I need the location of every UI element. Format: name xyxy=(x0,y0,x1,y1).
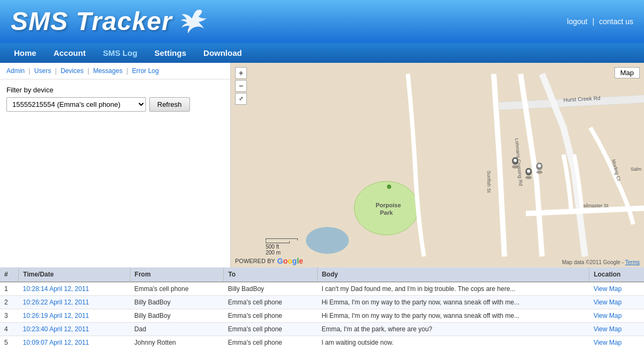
svg-text:Porpoise: Porpoise xyxy=(376,202,401,208)
cell-from: Billy BadBoy xyxy=(130,296,223,309)
nav-settings[interactable]: Settings xyxy=(146,43,195,63)
cell-num: 3 xyxy=(0,309,19,323)
contact-link[interactable]: contact us xyxy=(599,17,633,26)
cell-body: I am waiting outside now. xyxy=(317,336,589,349)
link-separator: | xyxy=(592,17,595,26)
device-select[interactable]: 15555215554 (Emma's cell phone) xyxy=(6,97,146,112)
map-terms-link[interactable]: Terms xyxy=(625,259,640,265)
cell-to: Emma's cell phone xyxy=(224,323,317,336)
cell-time: 10:09:07 April 12, 2011 xyxy=(19,336,130,349)
cell-viewmap[interactable]: View Map xyxy=(589,323,644,336)
nav-account[interactable]: Account xyxy=(45,43,94,63)
cell-body: Hi Emma, I'm on my way to the party now,… xyxy=(317,296,589,309)
col-to: To xyxy=(224,267,317,282)
col-from: From xyxy=(130,267,223,282)
map-container: + − ⤢ Map Hurst Creek Rd xyxy=(231,63,644,267)
col-location: Location xyxy=(589,267,644,282)
refresh-button[interactable]: Refresh xyxy=(149,97,190,112)
map-controls: + − ⤢ xyxy=(235,67,247,105)
cell-from: Billy BadBoy xyxy=(130,309,223,323)
cell-to: Emma's cell phone xyxy=(224,336,317,349)
svg-point-17 xyxy=(538,164,541,168)
cell-viewmap[interactable]: View Map xyxy=(589,309,644,323)
bc-sep2: | xyxy=(55,67,58,75)
cell-to: Billy BadBoy xyxy=(224,282,317,296)
logo-area: SMS Tracker xyxy=(11,6,210,36)
scale-bar: 500 ft 200 m xyxy=(266,238,298,256)
bc-sep4: | xyxy=(126,67,129,75)
breadcrumb-messages[interactable]: Messages xyxy=(93,67,122,75)
cell-time: 10:26:22 April 12, 2011 xyxy=(19,296,130,309)
scale-m: 200 m xyxy=(266,250,298,256)
bird-icon xyxy=(178,8,210,35)
cell-to: Emma's cell phone xyxy=(224,296,317,309)
svg-text:Sailmaster St: Sailmaster St xyxy=(580,203,609,208)
cell-body: Hi Emma, I'm on my way to the party now,… xyxy=(317,309,589,323)
nav-download[interactable]: Download xyxy=(195,43,251,63)
map-zoom-out[interactable]: − xyxy=(235,80,247,92)
cell-from: Dad xyxy=(130,323,223,336)
nav-bar: Home Account SMS Log Settings Download xyxy=(0,43,644,63)
svg-point-11 xyxy=(306,227,349,254)
cell-viewmap[interactable]: View Map xyxy=(589,296,644,309)
filter-area: Filter by device 15555215554 (Emma's cel… xyxy=(0,79,230,118)
bc-sep1: | xyxy=(28,67,32,75)
cell-viewmap[interactable]: View Map xyxy=(589,336,644,349)
table-header-row: # Time/Date From To Body Location xyxy=(0,267,644,282)
svg-text:Park: Park xyxy=(380,209,393,216)
breadcrumb-devices[interactable]: Devices xyxy=(61,67,84,75)
cell-from: Johnny Rotten xyxy=(130,336,223,349)
map-attribution: POWERED BY Google xyxy=(235,257,303,265)
breadcrumb: Admin | Users | Devices | Messages | Err… xyxy=(0,63,230,79)
map-fullscreen[interactable]: ⤢ xyxy=(235,93,247,105)
cell-num: 1 xyxy=(0,282,19,296)
nav-sms-log[interactable]: SMS Log xyxy=(94,43,146,63)
svg-point-7 xyxy=(354,181,419,235)
svg-point-14 xyxy=(525,176,532,179)
map-svg: Hurst Creek Rd Sunfish St Lohmans Crossi… xyxy=(231,63,644,267)
map-zoom-in[interactable]: + xyxy=(235,67,247,79)
table-row: 2 10:26:22 April 12, 2011 Billy BadBoy E… xyxy=(0,296,644,309)
filter-row: 15555215554 (Emma's cell phone) Refresh xyxy=(6,97,224,112)
table-body: 1 10:28:14 April 12, 2011 Emma's cell ph… xyxy=(0,282,644,349)
header-links: logout | contact us xyxy=(567,17,633,26)
left-panel: Admin | Users | Devices | Messages | Err… xyxy=(0,63,231,267)
svg-point-10 xyxy=(387,185,391,189)
svg-text:Sunfish St: Sunfish St xyxy=(486,171,492,193)
col-body: Body xyxy=(317,267,589,282)
svg-point-15 xyxy=(527,170,530,173)
cell-from: Emma's cell phone xyxy=(130,282,223,296)
sms-table: # Time/Date From To Body Location 1 10:2… xyxy=(0,267,644,349)
logout-link[interactable]: logout xyxy=(567,17,588,26)
table-row: 4 10:23:40 April 12, 2011 Dad Emma's cel… xyxy=(0,323,644,336)
col-time: Time/Date xyxy=(19,267,130,282)
nav-home[interactable]: Home xyxy=(5,43,45,63)
svg-point-16 xyxy=(536,171,543,174)
cell-time: 10:23:40 April 12, 2011 xyxy=(19,323,130,336)
cell-viewmap[interactable]: View Map xyxy=(589,282,644,296)
logo-text: SMS Tracker xyxy=(11,6,172,36)
filter-label: Filter by device xyxy=(6,86,224,94)
cell-num: 4 xyxy=(0,323,19,336)
breadcrumb-errorlog[interactable]: Error Log xyxy=(132,67,159,75)
cell-body: Emma, I'm at the park, where are you? xyxy=(317,323,589,336)
table-row: 3 10:26:19 April 12, 2011 Billy BadBoy E… xyxy=(0,309,644,323)
cell-to: Emma's cell phone xyxy=(224,309,317,323)
table-row: 5 10:09:07 April 12, 2011 Johnny Rotten … xyxy=(0,336,644,349)
svg-text:Salm: Salm xyxy=(631,166,642,172)
map-data: Map data ©2011 Google - Terms xyxy=(562,259,640,265)
svg-point-13 xyxy=(514,159,517,162)
main-content: Admin | Users | Devices | Messages | Err… xyxy=(0,63,644,267)
table-row: 1 10:28:14 April 12, 2011 Emma's cell ph… xyxy=(0,282,644,296)
cell-time: 10:26:19 April 12, 2011 xyxy=(19,309,130,323)
breadcrumb-users[interactable]: Users xyxy=(34,67,51,75)
google-logo: Google xyxy=(277,257,303,265)
scale-ft: 500 ft xyxy=(266,244,298,250)
breadcrumb-admin[interactable]: Admin xyxy=(6,67,25,75)
svg-point-12 xyxy=(512,165,518,169)
cell-num: 5 xyxy=(0,336,19,349)
header: SMS Tracker logout | contact us xyxy=(0,0,644,43)
map-button[interactable]: Map xyxy=(614,67,640,78)
bc-sep3: | xyxy=(87,67,91,75)
cell-num: 2 xyxy=(0,296,19,309)
